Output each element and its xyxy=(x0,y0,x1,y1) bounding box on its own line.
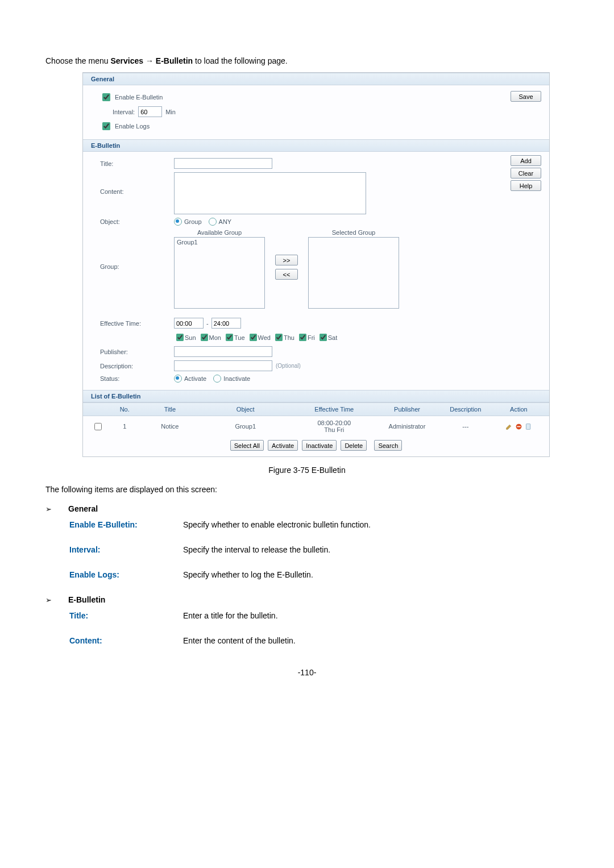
ebulletin-panel: General Save Enable E-Bulletin Interval:… xyxy=(82,72,550,457)
selected-group-list[interactable] xyxy=(308,237,399,309)
object-group-label: Group xyxy=(184,218,202,225)
general-header: General xyxy=(83,73,549,85)
col-description: Description xyxy=(438,405,493,414)
enable-logs-label: Enable Logs xyxy=(115,123,150,130)
content-textarea[interactable] xyxy=(174,172,366,214)
row-select-checkbox[interactable] xyxy=(94,423,102,430)
svg-rect-2 xyxy=(526,423,530,429)
search-button[interactable]: Search xyxy=(374,440,402,451)
select-all-button[interactable]: Select All xyxy=(230,440,264,451)
table-header-row: No. Title Object Effective Time Publishe… xyxy=(83,402,549,416)
publisher-label: Publisher: xyxy=(100,348,174,355)
edit-icon[interactable] xyxy=(505,423,513,430)
def-term-logs: Enable Logs: xyxy=(69,570,183,579)
inactivate-button[interactable]: Inactivate xyxy=(302,440,337,451)
row-no: 1 xyxy=(108,422,142,431)
day-thu-checkbox[interactable] xyxy=(275,334,283,341)
col-action: Action xyxy=(493,405,545,414)
day-sat-label: Sat xyxy=(328,334,338,341)
bullet-icon: ➢ xyxy=(45,505,68,513)
detail-icon[interactable] xyxy=(525,423,532,430)
delete-icon[interactable] xyxy=(515,423,522,430)
svg-rect-1 xyxy=(517,426,521,427)
eff-start-input[interactable] xyxy=(174,318,204,329)
row-desc: --- xyxy=(438,422,493,431)
object-group-radio[interactable] xyxy=(174,218,182,226)
day-thu-label: Thu xyxy=(284,334,294,341)
status-activate-radio[interactable] xyxy=(174,375,182,383)
clear-button[interactable]: Clear xyxy=(511,168,541,178)
def-desc-content: Enter the content of the bulletin. xyxy=(183,636,569,645)
publisher-input[interactable] xyxy=(174,346,272,357)
add-button[interactable]: Add xyxy=(511,155,541,166)
delete-button[interactable]: Delete xyxy=(341,440,367,451)
menu-services: Services xyxy=(110,56,143,65)
items-intro: The following items are displayed on thi… xyxy=(45,485,569,494)
available-item[interactable]: Group1 xyxy=(177,239,262,246)
available-group-list[interactable]: Group1 xyxy=(174,237,265,309)
title-input[interactable] xyxy=(174,158,272,169)
day-sun-checkbox[interactable] xyxy=(176,334,184,341)
status-activate-label: Activate xyxy=(184,375,206,382)
day-sat-checkbox[interactable] xyxy=(320,334,327,341)
day-tue-label: Tue xyxy=(234,334,245,341)
figure-caption: Figure 3-75 E-Bulletin xyxy=(45,466,569,475)
save-button[interactable]: Save xyxy=(511,91,541,102)
page-number: -110- xyxy=(45,668,569,677)
list-header: List of E-Bulletin xyxy=(83,390,549,402)
move-left-button[interactable]: << xyxy=(275,269,298,280)
day-tue-checkbox[interactable] xyxy=(226,334,233,341)
group-label: Group: xyxy=(100,229,174,270)
bulk-action-bar: Select All Activate Inactivate Delete Se… xyxy=(83,437,549,456)
interval-label: Interval: xyxy=(113,109,135,115)
ebulletin-header: E-Bulletin xyxy=(83,139,549,152)
enable-logs-checkbox[interactable] xyxy=(102,122,110,130)
instr-suffix: to load the following page. xyxy=(195,56,288,65)
instruction-text: Choose the menu Services → E-Bulletin to… xyxy=(45,56,569,65)
description-input[interactable] xyxy=(174,360,272,371)
day-mon-label: Mon xyxy=(209,334,221,341)
row-publisher: Administrator xyxy=(376,422,438,431)
object-label: Object: xyxy=(100,218,174,225)
arrow: → xyxy=(146,56,154,65)
row-eff: 08:00-20:00 Thu Fri xyxy=(292,418,376,434)
bullet-icon: ➢ xyxy=(45,596,68,604)
interval-unit: Min xyxy=(165,109,176,115)
status-label: Status: xyxy=(100,375,174,382)
col-no: No. xyxy=(108,405,142,414)
day-wed-label: Wed xyxy=(258,334,271,341)
instr-prefix: Choose the menu xyxy=(45,56,110,65)
eff-end-input[interactable] xyxy=(211,318,241,329)
object-any-radio[interactable] xyxy=(209,218,217,226)
section-heading-ebulletin: E-Bulletin xyxy=(68,595,105,604)
interval-input[interactable] xyxy=(138,106,162,117)
optional-note: (Optional) xyxy=(276,363,301,369)
enable-ebulletin-checkbox[interactable] xyxy=(102,93,110,101)
description-label: Description: xyxy=(100,363,174,369)
def-term-interval: Interval: xyxy=(69,545,183,554)
eff-sep: - xyxy=(206,320,209,327)
content-label: Content: xyxy=(100,172,174,195)
day-wed-checkbox[interactable] xyxy=(250,334,257,341)
row-object: Group1 xyxy=(198,422,292,431)
def-desc-logs: Specify whether to log the E-Bulletin. xyxy=(183,570,569,579)
move-right-button[interactable]: >> xyxy=(275,255,298,265)
status-inactivate-radio[interactable] xyxy=(213,375,221,383)
activate-button[interactable]: Activate xyxy=(268,440,298,451)
help-button[interactable]: Help xyxy=(511,180,541,191)
def-desc-enable: Specify whether to enable electronic bul… xyxy=(183,520,569,529)
section-heading-general: General xyxy=(68,504,98,513)
day-fri-label: Fri xyxy=(308,334,315,341)
object-any-label: ANY xyxy=(219,218,232,225)
day-fri-checkbox[interactable] xyxy=(299,334,306,341)
def-desc-title: Enter a title for the bulletin. xyxy=(183,611,569,620)
def-term-content: Content: xyxy=(69,636,183,645)
col-title: Title xyxy=(142,405,199,414)
row-title: Notice xyxy=(142,422,199,431)
def-term-enable: Enable E-Bulletin: xyxy=(69,520,183,529)
selected-group-head: Selected Group xyxy=(308,229,399,236)
col-eff: Effective Time xyxy=(292,405,376,414)
available-group-head: Available Group xyxy=(174,229,265,236)
status-inactivate-label: Inactivate xyxy=(223,375,250,382)
day-mon-checkbox[interactable] xyxy=(201,334,208,341)
